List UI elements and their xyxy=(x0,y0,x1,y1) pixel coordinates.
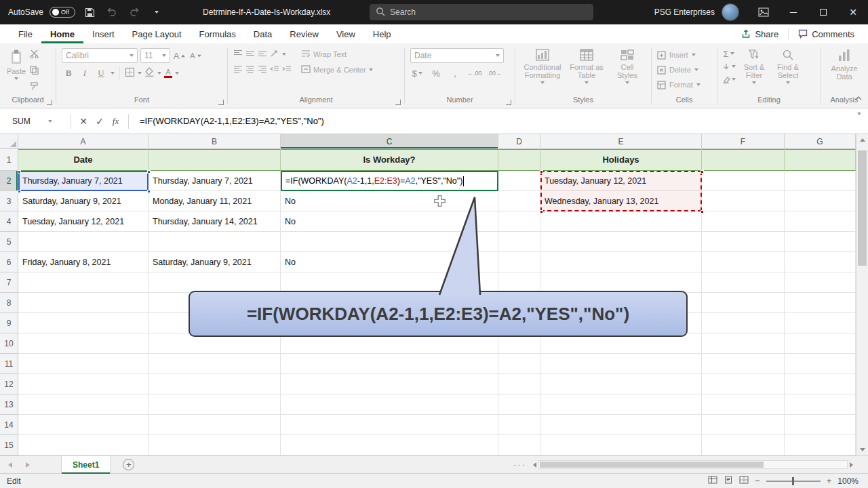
tab-data[interactable]: Data xyxy=(245,24,281,43)
increase-indent-icon[interactable] xyxy=(282,64,292,76)
cell-F3[interactable] xyxy=(702,191,785,211)
comments-button[interactable]: Comments xyxy=(791,24,861,43)
cell-C14[interactable] xyxy=(281,415,498,435)
formula-input[interactable]: =IF(WORKDAY(A2-1,1,E2:E3)=A2,"YES","No") xyxy=(140,116,324,126)
cell-B3[interactable]: Monday, January 11, 2021 xyxy=(149,191,281,211)
cell-G5[interactable] xyxy=(785,232,856,252)
avatar[interactable] xyxy=(722,3,739,21)
borders-icon[interactable] xyxy=(125,67,135,80)
cell-C6[interactable]: No xyxy=(281,252,498,272)
bold-button[interactable]: B xyxy=(62,66,75,80)
row-header-13[interactable]: 13 xyxy=(0,394,18,415)
cell-A6[interactable]: Friday, January 8, 2021 xyxy=(18,252,149,272)
cell-F13[interactable] xyxy=(702,394,785,415)
merge-center-icon[interactable] xyxy=(301,64,311,76)
cell-D1[interactable] xyxy=(498,149,540,171)
cell-D4[interactable] xyxy=(498,211,540,232)
cell-G9[interactable] xyxy=(785,313,856,333)
align-bottom-icon[interactable] xyxy=(258,48,267,60)
align-top-icon[interactable] xyxy=(233,48,243,60)
row-header-2[interactable]: 2 xyxy=(0,171,18,191)
sheet-tab-sheet1[interactable]: Sheet1 xyxy=(61,456,111,474)
collapse-ribbon-icon[interactable] xyxy=(854,92,863,104)
font-color-icon[interactable]: A xyxy=(164,68,172,78)
cell-C12[interactable] xyxy=(281,374,498,394)
conditional-formatting-button[interactable]: Conditional Formatting xyxy=(520,47,565,84)
wrap-text-label[interactable]: Wrap Text xyxy=(313,50,347,58)
cell-B14[interactable] xyxy=(149,415,281,435)
align-right-icon[interactable] xyxy=(258,64,267,76)
cell-G3[interactable] xyxy=(785,191,856,211)
cell-G12[interactable] xyxy=(785,374,856,394)
analyze-data-button[interactable]: Analyze Data xyxy=(825,47,864,81)
zoom-out-icon[interactable]: − xyxy=(755,476,760,486)
select-all-corner[interactable] xyxy=(0,134,18,149)
orientation-icon[interactable] xyxy=(270,48,279,60)
underline-button[interactable]: U xyxy=(94,66,108,80)
number-dialog-launcher[interactable] xyxy=(506,100,511,105)
cell-G2[interactable] xyxy=(785,171,856,191)
save-icon[interactable] xyxy=(81,3,98,21)
align-left-icon[interactable] xyxy=(233,64,243,76)
hscroll-right-icon[interactable] xyxy=(850,462,853,468)
cell-E12[interactable] xyxy=(540,374,702,394)
merge-center-label[interactable]: Merge & Center xyxy=(313,66,366,74)
tab-overflow-dots[interactable]: ··· xyxy=(513,460,526,470)
underline-dropdown-icon[interactable] xyxy=(111,72,115,75)
new-sheet-button[interactable]: + xyxy=(123,459,134,470)
cell-G13[interactable] xyxy=(785,394,856,415)
percent-format-button[interactable]: % xyxy=(429,66,443,80)
ribbon-display-options-icon[interactable] xyxy=(749,0,778,24)
borders-dropdown-icon[interactable] xyxy=(138,72,142,75)
horizontal-scrollbar[interactable] xyxy=(533,460,853,469)
cell-F14[interactable] xyxy=(702,415,785,435)
increase-decimal-icon[interactable]: ←.00 xyxy=(467,66,482,80)
row-header-1[interactable]: 1 xyxy=(0,149,18,171)
decrease-font-size-button[interactable]: A xyxy=(189,49,203,62)
name-box[interactable]: SUM xyxy=(4,113,66,129)
cell-A13[interactable] xyxy=(18,394,149,415)
cell-F15[interactable] xyxy=(702,435,785,455)
tab-review[interactable]: Review xyxy=(281,24,328,43)
cell-E2[interactable]: Tuesday, January 12, 2021 xyxy=(540,171,702,191)
cell-G14[interactable] xyxy=(785,415,856,435)
tab-view[interactable]: View xyxy=(328,24,364,43)
zoom-slider[interactable] xyxy=(766,481,821,482)
scroll-up-icon[interactable] xyxy=(856,134,868,146)
zoom-in-icon[interactable]: + xyxy=(827,476,832,486)
cell-D6[interactable] xyxy=(498,252,540,272)
cell-E1[interactable]: Holidays xyxy=(540,149,702,171)
tab-help[interactable]: Help xyxy=(364,24,400,43)
page-layout-view-icon[interactable] xyxy=(724,476,733,486)
minimize-button[interactable]: ─ xyxy=(778,0,808,24)
cell-E14[interactable] xyxy=(540,415,702,435)
cell-B13[interactable] xyxy=(149,394,281,415)
decrease-decimal-icon[interactable]: .00→ xyxy=(488,66,502,80)
delete-cells-button[interactable]: Delete xyxy=(657,63,711,77)
fill-button[interactable] xyxy=(722,61,736,72)
vertical-scrollbar-thumb[interactable] xyxy=(858,150,867,266)
cell-E6[interactable] xyxy=(540,252,702,272)
cell-A1[interactable]: Date xyxy=(18,149,149,171)
cell-G4[interactable] xyxy=(785,211,856,232)
find-select-button[interactable]: Find & Select xyxy=(772,47,804,84)
cell-B7[interactable] xyxy=(149,272,281,293)
paste-button[interactable]: Paste xyxy=(4,47,28,80)
zoom-level[interactable]: 100% xyxy=(837,476,859,486)
cell-E7[interactable] xyxy=(540,272,702,293)
quick-access-chevron-icon[interactable] xyxy=(149,3,165,21)
cell-E5[interactable] xyxy=(540,232,702,252)
tab-page-layout[interactable]: Page Layout xyxy=(123,24,191,43)
column-header-A[interactable]: A xyxy=(18,134,149,149)
cell-D2[interactable] xyxy=(498,171,540,191)
cell-G11[interactable] xyxy=(785,354,856,374)
cell-G6[interactable] xyxy=(785,252,856,272)
cell-B6[interactable]: Saturday, January 9, 2021 xyxy=(149,252,281,272)
cell-D12[interactable] xyxy=(498,374,540,394)
number-format-combo[interactable]: Date xyxy=(410,48,504,63)
cell-D11[interactable] xyxy=(498,354,540,374)
italic-button[interactable]: I xyxy=(78,66,92,80)
row-header-9[interactable]: 9 xyxy=(0,313,18,333)
cell-F10[interactable] xyxy=(702,333,785,354)
cell-F12[interactable] xyxy=(702,374,785,394)
